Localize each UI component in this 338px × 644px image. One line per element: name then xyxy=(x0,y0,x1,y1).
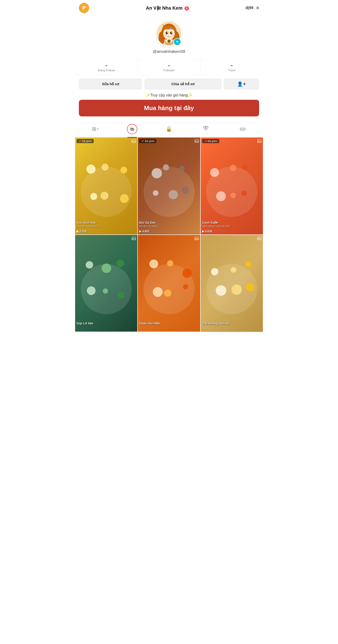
image-type-icon xyxy=(132,139,136,144)
video-title: Súp Lơ Xào xyxy=(76,322,136,325)
svg-point-10 xyxy=(171,34,174,36)
svg-rect-28 xyxy=(258,237,261,240)
edit-profile-button[interactable]: Sửa hồ sơ xyxy=(79,78,142,90)
video-title: Xúc Xích XàoTRỨNG VÀ RAU CỦ xyxy=(76,221,136,228)
shop-button[interactable]: Mua hàng tại đây xyxy=(79,100,259,116)
video-card[interactable]: 📌Đã ghimXúc Xích XàoTRỨNG VÀ RAU CỦ2.324 xyxy=(75,138,137,234)
action-buttons: Sửa hồ sơ Chia sẻ hồ sơ 👤+ xyxy=(75,78,263,90)
svg-point-11 xyxy=(170,28,172,29)
add-friend-icon: 👤+ xyxy=(237,81,246,87)
tab-grid[interactable]: ⊞ ▾ xyxy=(77,121,114,137)
svg-rect-20 xyxy=(195,140,198,142)
following-label: Đang Follow xyxy=(98,68,115,72)
lock-icon: 🔒 xyxy=(166,126,172,132)
video-views: 2.324 xyxy=(76,230,86,233)
dropdown-arrow: ▾ xyxy=(97,128,98,131)
svg-rect-18 xyxy=(132,140,136,142)
video-views: 5.636 xyxy=(202,230,212,233)
image-type-icon xyxy=(132,236,136,242)
app-header: P An Vật Nha Kem 8 đ(99 ≡ xyxy=(75,0,263,16)
svg-rect-26 xyxy=(195,237,198,240)
tab-lock[interactable]: 🔒 xyxy=(151,121,188,137)
pinned-badge: 📌Đã ghim xyxy=(139,139,156,143)
likes-count: – xyxy=(230,63,233,68)
coins-display: đ(99 xyxy=(246,6,253,10)
video-card[interactable]: Súp Lơ Xào xyxy=(75,235,137,332)
user-avatar-small[interactable]: P xyxy=(79,3,89,13)
svg-point-7 xyxy=(167,32,168,33)
svg-point-8 xyxy=(171,32,172,33)
promo-text: ✨Truy cập vào giỏ hàng✨ xyxy=(75,93,263,98)
video-card[interactable]: Chân Giò Hầm xyxy=(138,235,200,332)
image-type-icon xyxy=(194,236,199,242)
pinned-badge: 📌Đã ghim xyxy=(76,139,94,143)
followers-label: Follower xyxy=(163,68,175,72)
video-card[interactable]: 📌Đã ghimCanh SườnNGÔ NGỌT VÀ CÀ RỐT5.636 xyxy=(201,138,263,234)
svg-point-5 xyxy=(166,32,168,34)
image-type-icon xyxy=(257,139,262,144)
menu-icon[interactable]: ≡ xyxy=(256,5,259,11)
video-title: Canh SườnNGÔ NGỌT VÀ CÀ RỐT xyxy=(202,221,262,228)
following-count: – xyxy=(105,63,108,68)
play-icon xyxy=(139,230,141,232)
followers-count: – xyxy=(168,63,170,68)
likes-label: Thích xyxy=(228,68,236,72)
video-subtitle: TRỨNG VÀ RAU CỦ xyxy=(76,225,136,228)
play-icon xyxy=(202,230,204,232)
followers-stat[interactable]: – Follower xyxy=(138,60,200,75)
video-subtitle: NƯỚC TƯƠNG xyxy=(139,225,198,228)
image-type-icon xyxy=(194,139,199,144)
tab-shop[interactable]: 🛍 xyxy=(114,121,151,137)
heart-hands-icon xyxy=(240,126,246,132)
image-type-icon xyxy=(257,236,262,242)
tab-heart[interactable] xyxy=(224,121,261,137)
following-stat[interactable]: – Đang Follow xyxy=(75,60,138,75)
video-views: 4.802 xyxy=(139,230,149,233)
tab-bar: ⊞ ▾ 🛍 🔒 xyxy=(75,121,263,138)
likes-stat[interactable]: – Thích xyxy=(200,60,263,75)
tab-collab[interactable] xyxy=(187,121,224,137)
svg-point-9 xyxy=(164,34,167,36)
video-title: Top những món ăn xyxy=(202,322,262,325)
page-title: An Vật Nha Kem 8 xyxy=(89,5,246,11)
video-grid: 📌Đã ghimXúc Xích XàoTRỨNG VÀ RAU CỦ2.324… xyxy=(75,138,263,332)
add-friend-button[interactable]: 👤+ xyxy=(224,78,259,90)
share-profile-button[interactable]: Chia sẻ hồ sơ xyxy=(144,78,221,90)
svg-rect-17 xyxy=(206,126,208,128)
video-card[interactable]: 📌Đã ghimĐùi Gà DimNƯỚC TƯƠNG4.802 xyxy=(138,138,200,234)
svg-point-15 xyxy=(167,40,170,43)
stats-row: – Đang Follow – Follower – Thích xyxy=(75,60,263,75)
collab-icon xyxy=(203,126,209,132)
pinned-badge: 📌Đã ghim xyxy=(202,139,219,143)
notification-badge: 8 xyxy=(184,6,189,10)
add-avatar-button[interactable]: + xyxy=(174,38,181,46)
shop-tab-circle: 🛍 xyxy=(127,124,137,134)
header-actions: đ(99 ≡ xyxy=(246,5,259,11)
video-card[interactable]: Top những món ăn xyxy=(201,235,263,332)
svg-rect-24 xyxy=(132,237,136,240)
video-subtitle: NGÔ NGỌT VÀ CÀ RỐT xyxy=(202,225,262,228)
video-title: Đùi Gà DimNƯỚC TƯƠNG xyxy=(139,221,198,228)
video-title: Chân Giò Hầm xyxy=(139,322,198,325)
username-display: @anvatnhakem08 xyxy=(153,49,185,54)
play-icon xyxy=(76,230,79,232)
avatar-container: + xyxy=(156,21,182,46)
grid-tab-icon: ⊞ ▾ xyxy=(92,126,98,132)
profile-section: + @anvatnhakem08 xyxy=(75,16,263,60)
svg-point-6 xyxy=(170,32,172,34)
svg-rect-22 xyxy=(258,140,261,142)
svg-rect-16 xyxy=(204,126,206,128)
